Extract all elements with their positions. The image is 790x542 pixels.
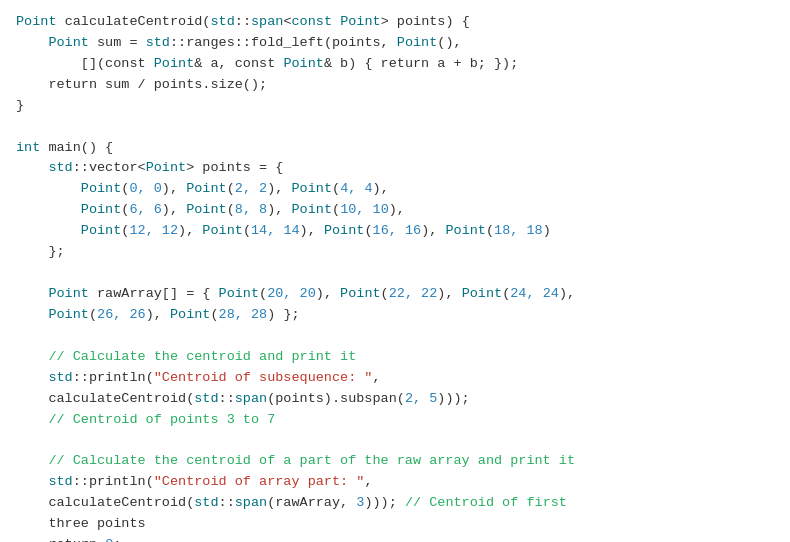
type-span-3: span [235, 495, 267, 510]
num-14-14: 14, 14 [251, 223, 300, 238]
type-point-1: Point [16, 14, 57, 29]
ns-std-4: std [48, 370, 72, 385]
type-point-11: Point [81, 202, 122, 217]
num-22-22: 22, 22 [389, 286, 438, 301]
ns-std-2: std [146, 35, 170, 50]
type-point-13: Point [292, 202, 333, 217]
num-24-24: 24, 24 [510, 286, 559, 301]
type-point-3: Point [48, 35, 89, 50]
type-span-2: span [235, 391, 267, 406]
type-point-19: Point [219, 286, 260, 301]
type-point-10: Point [292, 181, 333, 196]
type-point-7: Point [146, 160, 187, 175]
type-point-15: Point [202, 223, 243, 238]
ns-std-3: std [48, 160, 72, 175]
num-20-20: 20, 20 [267, 286, 316, 301]
ns-std-1: std [210, 14, 234, 29]
num-3: 3 [356, 495, 364, 510]
num-0-0: 0, 0 [129, 181, 161, 196]
num-28-28: 28, 28 [219, 307, 268, 322]
num-2-5: 2, 5 [405, 391, 437, 406]
str-2: "Centroid of array part: " [154, 474, 365, 489]
ns-std-7: std [194, 495, 218, 510]
comment-1: // Calculate the centroid and print it [48, 349, 356, 364]
kw-const-1: const [292, 14, 333, 29]
type-point-2: Point [340, 14, 381, 29]
num-12-12: 12, 12 [129, 223, 178, 238]
ns-std-6: std [48, 474, 72, 489]
comment-2: // Centroid of points 3 to 7 [48, 412, 275, 427]
type-point-9: Point [186, 181, 227, 196]
type-point-14: Point [81, 223, 122, 238]
num-ret-0: 0 [105, 537, 113, 542]
num-26-26: 26, 26 [97, 307, 146, 322]
type-point-6: Point [283, 56, 324, 71]
num-16-16: 16, 16 [373, 223, 422, 238]
type-point-22: Point [48, 307, 89, 322]
str-1: "Centroid of subsequence: " [154, 370, 373, 385]
fn-calculateCentroid: calculateCentroid [65, 14, 203, 29]
type-point-21: Point [462, 286, 503, 301]
type-point-5: Point [154, 56, 195, 71]
comment-4: // Centroid of first [405, 495, 567, 510]
type-span-1: span [251, 14, 283, 29]
type-point-16: Point [324, 223, 365, 238]
num-10-10: 10, 10 [340, 202, 389, 217]
kw-int: int [16, 140, 40, 155]
num-2-2: 2, 2 [235, 181, 267, 196]
comment-3: // Calculate the centroid of a part of t… [48, 453, 575, 468]
type-point-17: Point [445, 223, 486, 238]
num-18-18: 18, 18 [494, 223, 543, 238]
type-point-18: Point [48, 286, 89, 301]
type-point-12: Point [186, 202, 227, 217]
num-4-4: 4, 4 [340, 181, 372, 196]
num-8-8: 8, 8 [235, 202, 267, 217]
type-point-20: Point [340, 286, 381, 301]
code-editor: Point calculateCentroid(std::span<const … [16, 12, 774, 542]
ns-std-5: std [194, 391, 218, 406]
type-point-4: Point [397, 35, 438, 50]
type-point-8: Point [81, 181, 122, 196]
num-6-6: 6, 6 [129, 202, 161, 217]
type-point-23: Point [170, 307, 211, 322]
